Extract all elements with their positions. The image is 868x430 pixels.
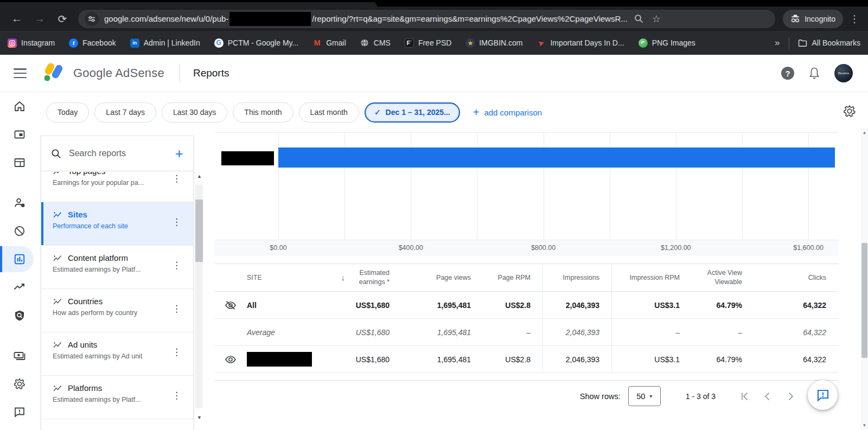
report-item-countries[interactable]: Countries How ads perform by country ⋮ (41, 289, 193, 332)
adsense-logo[interactable]: Google AdSense (43, 62, 164, 84)
report-item-menu-icon[interactable]: ⋮ (172, 260, 181, 271)
active-tab[interactable] (0, 2, 377, 7)
report-item-menu-icon[interactable]: ⋮ (172, 390, 181, 401)
reload-icon[interactable]: ⟳ (53, 10, 72, 28)
add-comparison-button[interactable]: + add comparison (473, 106, 542, 119)
nav-home[interactable] (0, 92, 39, 120)
prev-page-icon[interactable] (762, 391, 773, 402)
date-chip-lastmonth[interactable]: Last month (299, 102, 359, 123)
hamburger-menu-icon[interactable] (14, 68, 27, 78)
search-reports-input[interactable] (69, 149, 168, 158)
date-chip-thismonth[interactable]: This month (233, 102, 293, 123)
report-item-top-pages[interactable]: Top pages Earnings for your popular pa..… (41, 172, 193, 202)
bookmark-gmail[interactable]: M Gmail (312, 38, 346, 48)
scroll-up-icon[interactable]: ▲ (861, 130, 868, 135)
scroll-down-icon[interactable]: ▼ (195, 415, 204, 420)
bookmark-freepsd[interactable]: F˙ Free PSD (405, 38, 451, 48)
nav-sites[interactable] (0, 149, 39, 177)
first-page-icon[interactable] (739, 391, 750, 402)
bookmark-instagram[interactable]: Instagram (8, 38, 55, 48)
back-icon[interactable]: ← (8, 10, 26, 28)
col-active-view[interactable]: Active View Viewable (692, 268, 754, 287)
next-page-icon[interactable] (785, 391, 796, 402)
bookmark-imgbin[interactable]: ★ IMGBIN.com (465, 38, 522, 48)
redacted-publisher-id (229, 12, 311, 26)
report-settings-button[interactable] (843, 105, 856, 120)
col-clicks[interactable]: Clicks (754, 273, 838, 283)
main-scrollbar[interactable]: ▲ ▼ (861, 128, 868, 430)
site-info-icon[interactable] (85, 12, 99, 26)
panel-scrollbar[interactable]: ▲ ▼ (195, 171, 204, 421)
col-impressions[interactable]: Impressions (542, 264, 611, 291)
report-item-menu-icon[interactable]: ⋮ (172, 303, 181, 315)
report-item-menu-icon[interactable]: ⋮ (172, 216, 181, 228)
help-icon[interactable]: ? (781, 67, 794, 80)
chevron-down-icon: ▾ (649, 393, 652, 399)
scroll-up-icon[interactable]: ▲ (195, 174, 204, 179)
incognito-icon (790, 15, 800, 23)
feedback-fab[interactable] (808, 380, 838, 410)
page: ← → ⟳ google.com/adsense/new/u/0/pub-/re… (0, 0, 868, 430)
report-item-ad-units[interactable]: Ad units Estimated earnings by Ad unit ⋮ (41, 332, 193, 376)
search-zoom-icon[interactable] (634, 14, 643, 23)
bookmark-cms[interactable]: CMS (360, 38, 391, 48)
col-page-rpm[interactable]: Page RPM (483, 273, 542, 283)
browser-menu-icon[interactable]: ⋮ (846, 13, 863, 25)
eye-icon[interactable] (225, 355, 237, 364)
check-icon: ✓ (374, 108, 381, 117)
report-item-content-platform[interactable]: Content platform Estimated earnings by P… (41, 246, 193, 289)
rows-per-page-select[interactable]: 50 ▾ (628, 386, 661, 406)
avatar[interactable]: Beatles (834, 64, 853, 82)
nav-optimization[interactable] (0, 273, 39, 301)
report-item-menu-icon[interactable]: ⋮ (172, 173, 181, 184)
date-chip-last7[interactable]: Last 7 days (94, 102, 156, 123)
bookmark-star-icon[interactable]: ☆ (652, 13, 661, 25)
linkedin-icon: in (130, 38, 139, 48)
nav-settings[interactable] (0, 370, 39, 398)
report-item-platforms[interactable]: Platforms Estimated earnings by Platf...… (41, 376, 193, 419)
panel-scroll-thumb[interactable] (195, 200, 203, 262)
forward-icon[interactable]: → (30, 10, 49, 28)
address-bar[interactable]: google.com/adsense/new/u/0/pub-/reportin… (78, 10, 775, 28)
nav-payments[interactable] (0, 342, 39, 370)
chat-feedback-icon (816, 388, 830, 402)
nav-policy-center[interactable] (0, 301, 39, 330)
url-text[interactable]: google.com/adsense/new/u/0/pub-/reportin… (104, 12, 628, 26)
tune-icon (88, 15, 95, 23)
date-chip-today[interactable]: Today (46, 102, 89, 123)
chart-axis-labels: $0.00$400.00$800.00$1,200.00$1,600.00 (278, 240, 838, 256)
scroll-down-icon[interactable]: ▼ (861, 423, 868, 428)
bookmark-linkedin[interactable]: in Admin | LinkedIn (130, 38, 200, 48)
chart-plot (278, 133, 838, 240)
date-chip-last30[interactable]: Last 30 days (162, 102, 227, 123)
col-estimated-earnings[interactable]: ↓ Estimated earnings * (326, 268, 401, 287)
folder-icon (798, 39, 807, 47)
facebook-icon: f (69, 38, 78, 48)
all-bookmarks-button[interactable]: All Bookmarks (798, 38, 860, 47)
nav-reports[interactable] (0, 245, 39, 273)
bookmark-pngimages[interactable]: PNG Images (639, 38, 695, 48)
main-scroll-thumb[interactable] (861, 243, 867, 358)
nav-blocking-controls[interactable] (0, 217, 39, 245)
col-site[interactable]: SITE (247, 273, 326, 282)
bookmarks-overflow-icon[interactable]: » (775, 37, 780, 48)
insights-icon (53, 210, 62, 219)
date-chip-custom-range[interactable]: ✓ Dec 1 – 31, 2025... (365, 102, 460, 123)
col-page-views[interactable]: Page views (401, 273, 483, 283)
col-impression-rpm[interactable]: Impression RPM (611, 264, 692, 291)
nav-feedback[interactable] (0, 398, 39, 426)
axis-tick-label: $800.00 (531, 244, 556, 252)
nav-account[interactable] (0, 189, 39, 217)
report-item-menu-icon[interactable]: ⋮ (172, 346, 181, 358)
chart-bar[interactable] (278, 147, 835, 168)
new-report-button[interactable]: + (175, 145, 183, 162)
pagination-range: 1 - 3 of 3 (686, 392, 716, 401)
gmail-icon: M (312, 38, 322, 48)
nav-ads[interactable] (0, 120, 39, 149)
report-item-sites[interactable]: Sites Performance of each site ⋮ (41, 202, 193, 246)
bookmark-pctm[interactable]: G PCTM - Google My... (214, 38, 298, 48)
eye-off-icon[interactable] (225, 300, 237, 310)
bookmark-importantdays[interactable]: ➤ Important Days In D... (537, 38, 624, 48)
bookmark-facebook[interactable]: f Facebook (69, 38, 116, 48)
notifications-bell-icon[interactable] (808, 67, 820, 80)
